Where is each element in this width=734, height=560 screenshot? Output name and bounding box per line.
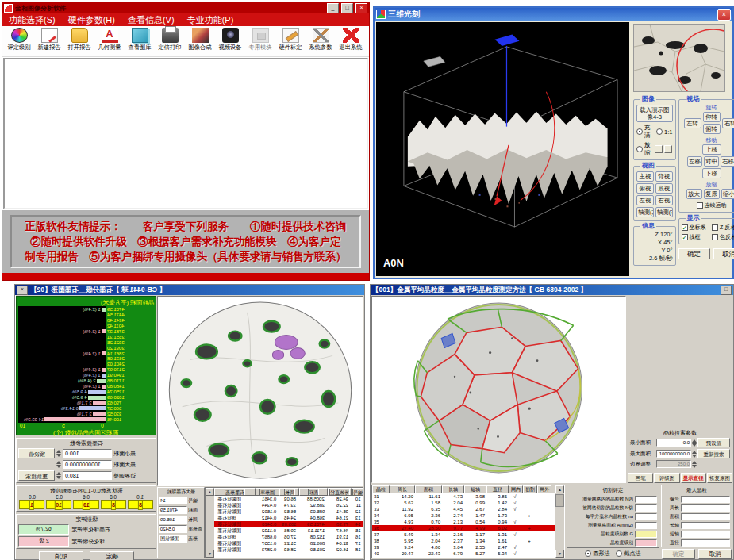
view-button-2[interactable]: 背视 — [655, 171, 673, 182]
bl-titlebar[interactable]: × 【 GB-9441 球 】石墨分级__石墨图形【02】 — [15, 285, 364, 295]
table-row[interactable]: 团絮状石墨0.287328.63201.5016.0218 — [214, 547, 363, 553]
br-titlebar[interactable]: 【001】金属平均晶粒度__金属平均晶粒度测定方法【 GB 6394-2002 … — [371, 285, 733, 295]
toolbar-button-open-folder[interactable]: 打开报告 — [64, 28, 94, 51]
fit-radio[interactable] — [636, 128, 643, 135]
br-search-field-1[interactable]: 0.0 — [656, 439, 691, 447]
br-search-button-2[interactable]: 重新搜索 — [697, 449, 730, 458]
br-search-button-1[interactable]: 预设值 — [697, 438, 730, 447]
spinner[interactable] — [692, 451, 697, 458]
move-down-button[interactable]: 下移 — [702, 168, 721, 178]
view-button-6[interactable]: 右视 — [655, 195, 673, 205]
table-row[interactable]: 团絮状石墨0.159256.52985.0335.4112 — [214, 508, 363, 515]
close-button[interactable]: × — [717, 9, 731, 21]
spinner[interactable] — [692, 461, 697, 468]
br-search-field-2[interactable]: 1000000000.0 — [656, 450, 691, 458]
maximize-button[interactable]: □ — [341, 3, 353, 13]
toolbar-button-compose[interactable]: 图像合成 — [185, 28, 215, 51]
grain-micrograph[interactable] — [371, 296, 626, 483]
tool-button-2[interactable]: 评级图 — [654, 473, 679, 483]
view-button-8[interactable]: 轴测(右) — [655, 207, 673, 217]
table-row[interactable]: 325.621.582.040.991.42√ — [372, 500, 555, 506]
spinner[interactable] — [56, 450, 61, 457]
view-button-1[interactable]: 主视 — [636, 171, 654, 182]
graphite-micrograph[interactable] — [157, 296, 363, 486]
table-row[interactable]: 团絮状石墨0.155751.22806.2832.0417 — [214, 540, 363, 547]
zoom-button-1[interactable]: 放大 — [686, 189, 702, 199]
scroll-down-arrow[interactable]: ▼ — [555, 550, 564, 558]
bl-search-field-3[interactable]: 180.0 — [63, 471, 112, 480]
ok-button[interactable]: 确定 — [662, 549, 695, 559]
checkbox[interactable]: ✓ — [682, 234, 688, 240]
spinner[interactable] — [56, 461, 61, 468]
bl-dialog-button-2[interactable]: 确定 — [90, 551, 134, 560]
scroll-thumb[interactable] — [555, 494, 564, 507]
move-mid-button-2[interactable]: 对中 — [704, 156, 719, 167]
close-button[interactable]: × — [17, 286, 28, 295]
close-button[interactable]: × — [355, 3, 367, 13]
toolbar-button-gallery[interactable]: 查看图库 — [125, 28, 155, 51]
toolbar-button-camera[interactable]: 视频设备 — [215, 28, 245, 51]
tr-titlebar[interactable]: 三维光刻 × — [375, 8, 732, 21]
toolbar-button-printer[interactable]: 定倍打印 — [155, 28, 185, 51]
toolbar-button-calibrate[interactable]: 硬件标定 — [275, 28, 306, 51]
scroll-up-arrow[interactable]: ▲ — [555, 485, 564, 493]
grain-table[interactable]: 晶粒周长面积长轴短轴直径网内切割网外3114.2011.614.733.983.… — [372, 485, 555, 558]
table-row[interactable]: 3627.4028.509.774.996.02+ — [372, 525, 555, 531]
menu-item-1[interactable]: 功能选择(S) — [9, 14, 56, 26]
workspace-area[interactable] — [3, 58, 368, 209]
scale-radio[interactable] — [636, 146, 643, 152]
scale-plus-button[interactable] — [664, 145, 672, 153]
toolbar-button-color-wheel[interactable]: 评定级别 — [4, 28, 34, 51]
view-button-3[interactable]: 俯视 — [636, 183, 654, 194]
view-button-4[interactable]: 底视 — [655, 183, 673, 194]
checkbox[interactable] — [712, 234, 718, 240]
table-row[interactable]: 399.244.803.042.552.47√ — [372, 544, 555, 550]
toolbar-button-settings[interactable]: 系统参数 — [306, 28, 336, 51]
scroll-down-arrow[interactable]: ▼ — [206, 550, 214, 558]
table-row[interactable]: 3114.2011.614.733.983.85√ — [372, 493, 555, 500]
continuous-motion-checkbox[interactable] — [697, 202, 703, 209]
view-button-7[interactable]: 轴测(左) — [636, 207, 654, 217]
table-row[interactable]: 球状石墨0.686727.06152.0813.9116 — [214, 534, 363, 540]
zoom-button-2[interactable]: 复原 — [704, 189, 720, 199]
bl-dialog-button-1[interactable]: 取消 — [39, 551, 83, 560]
scroll-up-arrow[interactable]: ▲ — [206, 488, 214, 496]
rotate-up-button[interactable]: 仰转 — [703, 112, 721, 122]
table-scrollbar[interactable]: ▲ ▼ — [555, 485, 564, 558]
menu-item-4[interactable]: 专业功能(P) — [187, 14, 234, 26]
scale-minus-button[interactable] — [655, 145, 663, 153]
move-mid-button-1[interactable]: 左移 — [687, 156, 702, 167]
move-up-button[interactable]: 上移 — [702, 144, 721, 155]
checkbox[interactable]: ✓ — [682, 224, 688, 231]
rotate-down-button[interactable]: 俯转 — [703, 124, 721, 134]
toolbar-button-new-report[interactable]: 新建报告 — [34, 28, 64, 51]
menu-item-2[interactable]: 硬件参数(H) — [68, 14, 115, 26]
toolbar-button-measure[interactable]: 几何测量 — [94, 28, 125, 51]
tl-titlebar[interactable]: 金相图像分析软件 _ □ × — [2, 2, 369, 13]
graphite-table[interactable]: 石墨形态圆形率周长面积等效直径编号团絮状石墨0.346186.032005.88… — [214, 488, 363, 558]
table-row[interactable]: 346.952.362.741.471.73+ — [372, 512, 555, 519]
table-row[interactable]: 团絮状石墨0.346186.032005.8834.2810 — [214, 496, 363, 502]
cancel-button[interactable]: 取消 — [713, 248, 734, 259]
table-row[interactable]: 球状石墨0.441224.45368.0421.6413 — [214, 515, 363, 521]
one-to-one-radio[interactable] — [656, 128, 663, 135]
tool-button-3[interactable]: 显示直径 — [681, 473, 706, 483]
bl-search-button-1[interactable]: 预设值 — [18, 448, 55, 458]
table-scrollbar[interactable]: ▲ ▼ — [206, 488, 214, 558]
table-row[interactable]: 4020.4722.436.795.275.34√ — [372, 550, 555, 557]
surface-3d-viewport[interactable]: A0N — [376, 22, 629, 276]
restore-button[interactable]: □ — [721, 286, 732, 295]
rotate-left-button[interactable]: 左转 — [684, 118, 701, 128]
tool-button-1[interactable]: 画笔 — [628, 473, 653, 483]
bl-search-field-2[interactable]: 1000000000.0 — [63, 460, 112, 469]
menu-item-3[interactable]: 查看信息(V) — [128, 14, 175, 26]
table-row[interactable]: 团絮状石墨0.434433.74388.9222.2611 — [214, 502, 363, 508]
table-row[interactable]: 385.952.042.371.341.61+ — [372, 538, 555, 544]
spinner[interactable] — [56, 472, 61, 479]
zoom-button-3[interactable]: 缩小 — [721, 189, 734, 199]
tool-button-4[interactable]: 恢复原图 — [707, 473, 732, 483]
ok-button[interactable]: 确定 — [678, 248, 710, 259]
table-row[interactable]: 3311.926.354.452.672.84√ — [372, 506, 555, 512]
radio-button[interactable] — [585, 550, 591, 557]
rotate-right-button[interactable]: 右转 — [722, 118, 734, 128]
